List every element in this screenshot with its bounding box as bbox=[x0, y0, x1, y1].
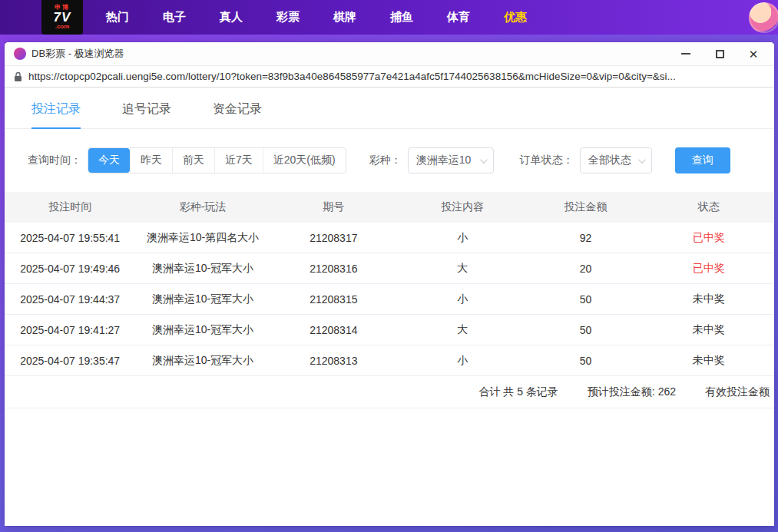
game-play: 澳洲幸运10-冠军大小 bbox=[135, 354, 270, 368]
bet-amount: 20 bbox=[528, 263, 643, 275]
nav-item-slots[interactable]: 电子 bbox=[152, 10, 197, 25]
bet-amount: 50 bbox=[528, 324, 643, 336]
bet-amount: 50 bbox=[528, 355, 643, 367]
bet-content: 小 bbox=[397, 292, 528, 306]
time-filter-group: 今天昨天前天近7天近20天(低频) bbox=[88, 147, 346, 173]
minimize-button[interactable] bbox=[674, 44, 697, 64]
time-option[interactable]: 近7天 bbox=[214, 148, 263, 173]
time-option[interactable]: 近20天(低频) bbox=[263, 148, 346, 173]
maximize-icon bbox=[716, 50, 724, 58]
nav-item-lottery[interactable]: 彩票 bbox=[266, 10, 310, 25]
nav-item-fishing[interactable]: 捕鱼 bbox=[379, 10, 424, 25]
minimize-icon bbox=[681, 53, 690, 55]
table-row: 2025-04-07 19:35:47澳洲幸运10-冠军大小21208313小5… bbox=[5, 345, 774, 376]
bet-amount: 92 bbox=[528, 232, 643, 244]
issue-number: 21208317 bbox=[270, 232, 397, 244]
filter-bar: 查询时间： 今天昨天前天近7天近20天(低频) 彩种： 澳洲幸运10 订单状态：… bbox=[5, 129, 774, 192]
column-header: 投注金额 bbox=[528, 200, 643, 214]
nav-item-chess[interactable]: 棋牌 bbox=[323, 10, 367, 25]
chevron-down-icon bbox=[638, 156, 646, 164]
close-icon: ✕ bbox=[749, 48, 759, 60]
table-summary: 合计 共 5 条记录 预计投注金额: 262 有效投注金额 bbox=[5, 376, 774, 408]
lottery-select[interactable]: 澳洲幸运10 bbox=[408, 147, 494, 173]
bet-time: 2025-04-07 19:44:37 bbox=[5, 293, 135, 306]
nav-item-sports[interactable]: 体育 bbox=[436, 10, 481, 25]
bet-content: 小 bbox=[397, 231, 528, 245]
game-play: 澳洲幸运10-冠军大小 bbox=[135, 323, 270, 337]
tab-chase-records[interactable]: 追号记录 bbox=[122, 101, 171, 128]
address-bar[interactable]: https://ctopcp02pcali.uengi5e.com/lotter… bbox=[5, 65, 774, 88]
game-play: 澳洲幸运10-冠军大小 bbox=[135, 292, 270, 306]
site-logo-suffix: .com bbox=[55, 24, 70, 30]
site-nav-items: 热门电子真人彩票棋牌捕鱼体育优惠 bbox=[95, 10, 550, 25]
game-play: 澳洲幸运10-第四名大小 bbox=[135, 231, 270, 245]
status-filter-label: 订单状态： bbox=[520, 154, 574, 167]
bet-time: 2025-04-07 19:55:41 bbox=[5, 232, 135, 244]
time-option[interactable]: 昨天 bbox=[130, 148, 172, 173]
bet-status: 已中奖 bbox=[644, 262, 774, 276]
window-title: DB彩票 - 极速浏览器 bbox=[31, 47, 124, 61]
status-select-value: 全部状态 bbox=[588, 154, 631, 167]
bet-time: 2025-04-07 19:35:47 bbox=[5, 355, 135, 367]
table-row: 2025-04-07 19:41:27澳洲幸运10-冠军大小21208314大5… bbox=[5, 315, 774, 345]
bet-amount: 50 bbox=[528, 293, 643, 306]
close-button[interactable]: ✕ bbox=[742, 44, 765, 64]
issue-number: 21208316 bbox=[270, 263, 397, 275]
issue-number: 21208315 bbox=[270, 293, 397, 306]
site-logo[interactable]: 申博 7V .com bbox=[41, 0, 83, 35]
column-header: 期号 bbox=[270, 200, 397, 214]
window-titlebar[interactable]: DB彩票 - 极速浏览器 ✕ bbox=[5, 42, 774, 65]
nav-item-live[interactable]: 真人 bbox=[209, 10, 253, 25]
record-tabs: 投注记录追号记录资金记录 bbox=[5, 88, 774, 129]
table-row: 2025-04-07 19:44:37澳洲幸运10-冠军大小21208315小5… bbox=[5, 284, 774, 315]
browser-window: DB彩票 - 极速浏览器 ✕ https://ctopcp02pcali.uen… bbox=[5, 42, 774, 526]
lock-icon bbox=[14, 71, 22, 82]
bet-status: 未中奖 bbox=[644, 292, 774, 306]
issue-number: 21208314 bbox=[270, 324, 397, 336]
tab-bet-records[interactable]: 投注记录 bbox=[31, 101, 81, 129]
time-filter-label: 查询时间： bbox=[28, 154, 81, 167]
bet-time: 2025-04-07 19:49:46 bbox=[5, 263, 135, 275]
column-header: 彩种-玩法 bbox=[135, 200, 270, 214]
app-icon bbox=[14, 48, 26, 60]
chevron-down-icon bbox=[480, 156, 488, 164]
window-controls: ✕ bbox=[664, 44, 765, 64]
status-select[interactable]: 全部状态 bbox=[580, 147, 652, 173]
query-button[interactable]: 查询 bbox=[675, 147, 730, 173]
user-avatar[interactable] bbox=[749, 2, 778, 33]
lottery-filter-label: 彩种： bbox=[369, 154, 402, 167]
table-header-row: 投注时间彩种-玩法期号投注内容投注金额状态 bbox=[5, 192, 774, 223]
summary-total: 合计 共 5 条记录 bbox=[478, 385, 558, 399]
url-text: https://ctopcp02pcali.uengi5e.com/lotter… bbox=[28, 71, 676, 82]
summary-valid-amount: 有效投注金额 bbox=[705, 385, 770, 399]
issue-number: 21208313 bbox=[270, 355, 397, 367]
bet-content: 大 bbox=[397, 262, 528, 276]
bet-status: 未中奖 bbox=[644, 323, 774, 337]
time-option[interactable]: 今天 bbox=[88, 148, 130, 173]
bet-time: 2025-04-07 19:41:27 bbox=[5, 324, 135, 336]
nav-item-promo[interactable]: 优惠 bbox=[493, 10, 538, 25]
game-play: 澳洲幸运10-冠军大小 bbox=[135, 262, 270, 276]
bet-status: 未中奖 bbox=[644, 354, 774, 368]
column-header: 投注内容 bbox=[397, 200, 528, 214]
column-header: 投注时间 bbox=[5, 200, 135, 214]
site-logo-main: 7V bbox=[54, 11, 71, 24]
table-body: 2025-04-07 19:55:41澳洲幸运10-第四名大小21208317小… bbox=[5, 223, 774, 376]
time-option[interactable]: 前天 bbox=[172, 148, 214, 173]
bet-records-table: 投注时间彩种-玩法期号投注内容投注金额状态 2025-04-07 19:55:4… bbox=[5, 192, 774, 408]
bet-content: 大 bbox=[397, 323, 528, 337]
column-header: 状态 bbox=[644, 200, 774, 214]
nav-item-hot[interactable]: 热门 bbox=[95, 10, 140, 25]
table-row: 2025-04-07 19:55:41澳洲幸运10-第四名大小21208317小… bbox=[5, 223, 774, 253]
tab-fund-records[interactable]: 资金记录 bbox=[213, 101, 262, 128]
table-row: 2025-04-07 19:49:46澳洲幸运10-冠军大小21208316大2… bbox=[5, 253, 774, 284]
bet-status: 已中奖 bbox=[644, 231, 774, 245]
maximize-button[interactable] bbox=[708, 44, 731, 64]
lottery-select-value: 澳洲幸运10 bbox=[416, 154, 472, 167]
bet-content: 小 bbox=[397, 354, 528, 368]
summary-expected-amount: 预计投注金额: 262 bbox=[588, 385, 676, 399]
site-navbar: 申博 7V .com 热门电子真人彩票棋牌捕鱼体育优惠 bbox=[0, 0, 778, 35]
